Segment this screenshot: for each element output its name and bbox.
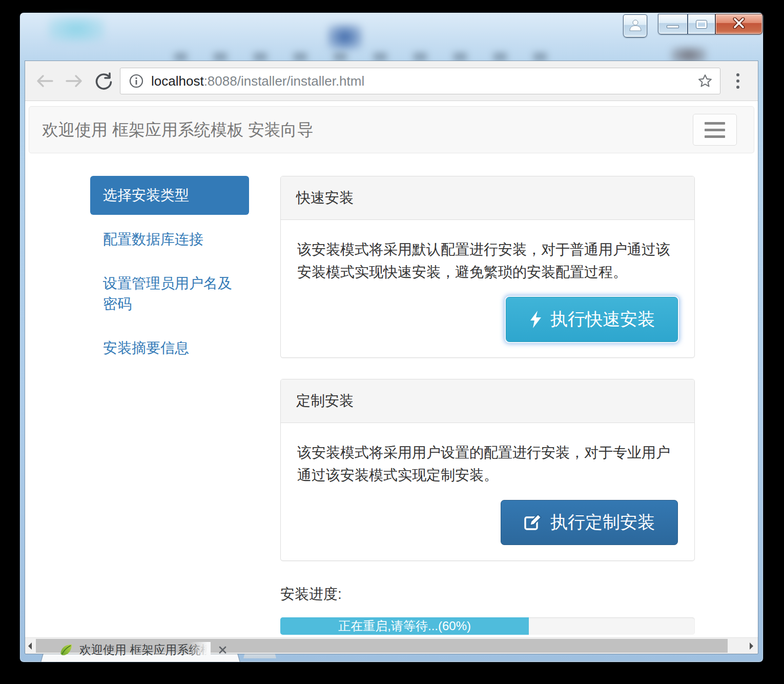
page-info-icon[interactable] bbox=[129, 73, 144, 89]
panel-title: 快速安装 bbox=[281, 176, 694, 220]
browser-content: localhost:8088/installer/installer.html … bbox=[25, 61, 758, 654]
page-navbar: 欢迎使用 框架应用系统模板 安装向导 bbox=[29, 106, 754, 153]
progress-fill: 正在重启,请等待...(60%) bbox=[280, 617, 529, 635]
minimize-button[interactable] bbox=[658, 14, 688, 34]
forward-icon[interactable] bbox=[64, 71, 85, 91]
custom-install-panel: 定制安装 该安装模式将采用用户设置的配置进行安装，对于专业用户通过该安装模式实现… bbox=[280, 379, 695, 561]
install-progress-bar: 正在重启,请等待...(60%) bbox=[280, 617, 695, 635]
sidebar-item-admin-account[interactable]: 设置管理员用户名及密码 bbox=[90, 264, 249, 324]
url-text: localhost:8088/installer/installer.html bbox=[151, 73, 364, 89]
maximize-icon bbox=[696, 21, 707, 28]
close-button[interactable] bbox=[715, 14, 762, 34]
browser-toolbar: localhost:8088/installer/installer.html bbox=[25, 61, 758, 101]
panel-description: 该安装模式将采用用户设置的配置进行安装，对于专业用户通过该安装模式实现定制安装。 bbox=[297, 441, 678, 487]
profile-button[interactable] bbox=[623, 14, 647, 37]
browser-menu-icon[interactable] bbox=[732, 71, 744, 91]
address-bar[interactable]: localhost:8088/installer/installer.html bbox=[120, 68, 720, 94]
tab-close-icon[interactable] bbox=[216, 643, 229, 657]
bookmark-star-icon[interactable] bbox=[697, 73, 713, 89]
glass-reflection bbox=[48, 16, 105, 43]
sidebar-item-database[interactable]: 配置数据库连接 bbox=[90, 220, 249, 259]
scroll-right-icon[interactable] bbox=[750, 642, 753, 650]
back-icon[interactable] bbox=[34, 71, 55, 91]
tab-title: 欢迎使用 框架应用系统模板 安装向导 bbox=[79, 642, 211, 658]
edit-icon bbox=[524, 513, 542, 532]
navbar-toggle-button[interactable] bbox=[693, 114, 737, 146]
installer-steps-nav: 选择安装类型 配置数据库连接 设置管理员用户名及密码 安装摘要信息 bbox=[90, 176, 249, 635]
browser-tab[interactable]: 欢迎使用 框架应用系统模板 安装向导 bbox=[52, 638, 229, 662]
tab-title-fade bbox=[189, 642, 211, 658]
scroll-left-icon[interactable] bbox=[28, 642, 32, 650]
panel-description: 该安装模式将采用默认配置进行安装，对于普通用户通过该安装模式实现快速安装，避免繁… bbox=[297, 238, 678, 284]
reload-icon[interactable] bbox=[94, 71, 114, 91]
quick-install-button[interactable]: 执行快速安装 bbox=[506, 297, 678, 342]
maximize-button[interactable] bbox=[688, 14, 715, 34]
close-icon bbox=[732, 17, 746, 31]
glass-reflection bbox=[174, 53, 573, 61]
web-page: 欢迎使用 框架应用系统模板 安装向导 选择安装类型 配置数据库连接 设置管理员用… bbox=[25, 102, 758, 637]
flash-icon bbox=[529, 310, 542, 329]
sidebar-item-summary[interactable]: 安装摘要信息 bbox=[90, 329, 249, 368]
custom-install-button[interactable]: 执行定制安装 bbox=[501, 500, 678, 545]
glass-reflection bbox=[327, 24, 362, 50]
minimize-icon bbox=[667, 25, 679, 28]
user-icon bbox=[629, 18, 642, 34]
quick-install-panel: 快速安装 该安装模式将采用默认配置进行安装，对于普通用户通过该安装模式实现快速安… bbox=[280, 176, 695, 358]
panel-title: 定制安装 bbox=[281, 379, 694, 423]
progress-label: 安装进度: bbox=[280, 585, 695, 604]
hamburger-icon bbox=[705, 122, 725, 125]
page-title: 欢迎使用 框架应用系统模板 安装向导 bbox=[42, 107, 754, 153]
browser-window: 欢迎使用 框架应用系统模板 安装向导 bbox=[19, 12, 764, 662]
spring-leaf-icon bbox=[59, 643, 73, 657]
sidebar-item-install-type[interactable]: 选择安装类型 bbox=[90, 176, 249, 215]
